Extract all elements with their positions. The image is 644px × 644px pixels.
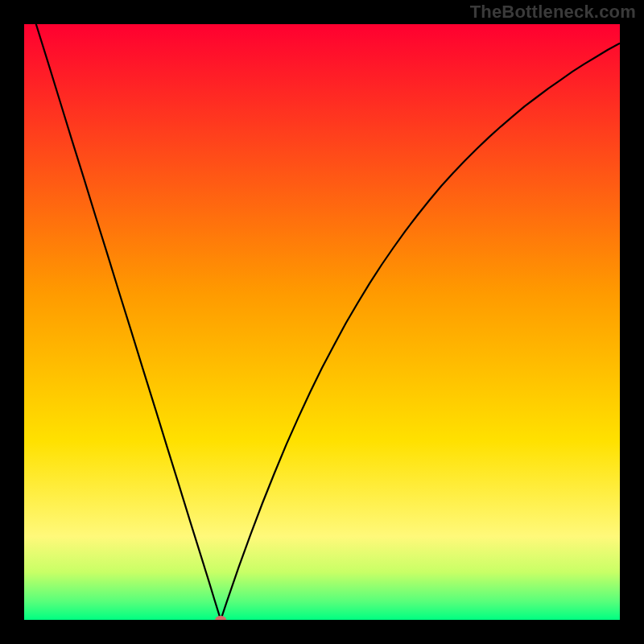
bottleneck-chart	[24, 24, 620, 620]
gradient-background	[24, 24, 620, 620]
plot-area	[24, 24, 620, 620]
chart-frame: TheBottleneck.com	[0, 0, 644, 644]
watermark-text: TheBottleneck.com	[470, 2, 636, 23]
